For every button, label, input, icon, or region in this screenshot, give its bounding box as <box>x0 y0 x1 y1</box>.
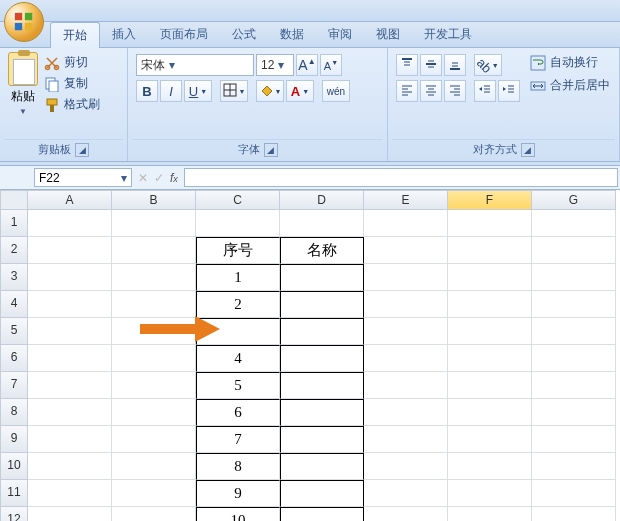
cell[interactable]: 7 <box>196 426 280 453</box>
row-header[interactable]: 9 <box>0 426 28 453</box>
cell[interactable]: 1 <box>196 264 280 291</box>
cell[interactable] <box>364 372 448 399</box>
wrap-text-button[interactable]: 自动换行 <box>530 54 610 71</box>
align-right-button[interactable] <box>444 80 466 102</box>
tab-审阅[interactable]: 审阅 <box>316 22 364 48</box>
decrease-indent-button[interactable] <box>474 80 496 102</box>
cell[interactable]: 6 <box>196 399 280 426</box>
cell[interactable] <box>28 480 112 507</box>
tab-开发工具[interactable]: 开发工具 <box>412 22 484 48</box>
fx-icon[interactable]: fx <box>170 171 178 185</box>
cell[interactable] <box>112 453 196 480</box>
row-header[interactable]: 4 <box>0 291 28 318</box>
dialog-launcher-icon[interactable]: ◢ <box>264 143 278 157</box>
cell[interactable] <box>448 480 532 507</box>
cell[interactable] <box>448 264 532 291</box>
cell[interactable]: 4 <box>196 345 280 372</box>
cell[interactable] <box>448 345 532 372</box>
cell[interactable] <box>112 399 196 426</box>
paste-button[interactable]: 粘贴 ▼ <box>8 52 38 116</box>
cell[interactable] <box>364 507 448 521</box>
cell[interactable] <box>448 318 532 345</box>
cell[interactable] <box>364 264 448 291</box>
font-name-combo[interactable]: 宋体 ▾ <box>136 54 254 76</box>
column-header[interactable]: E <box>364 190 448 210</box>
cell[interactable] <box>28 399 112 426</box>
cell[interactable] <box>280 345 364 372</box>
cell[interactable]: 名称 <box>280 237 364 264</box>
cell[interactable] <box>112 480 196 507</box>
column-header[interactable]: G <box>532 190 616 210</box>
cell[interactable] <box>532 399 616 426</box>
cell[interactable] <box>280 507 364 521</box>
italic-button[interactable]: I <box>160 80 182 102</box>
cell[interactable] <box>28 426 112 453</box>
cell[interactable] <box>532 264 616 291</box>
cell[interactable] <box>532 507 616 521</box>
column-header[interactable]: C <box>196 190 280 210</box>
row-header[interactable]: 1 <box>0 210 28 237</box>
cell[interactable] <box>364 345 448 372</box>
cell[interactable] <box>364 426 448 453</box>
cell[interactable]: 8 <box>196 453 280 480</box>
cancel-icon[interactable]: ✕ <box>138 171 148 185</box>
tab-视图[interactable]: 视图 <box>364 22 412 48</box>
cell[interactable] <box>28 210 112 237</box>
increase-indent-button[interactable] <box>498 80 520 102</box>
cell[interactable] <box>364 237 448 264</box>
cell[interactable] <box>28 372 112 399</box>
cell[interactable]: 9 <box>196 480 280 507</box>
cell[interactable] <box>112 264 196 291</box>
row-header[interactable]: 10 <box>0 453 28 480</box>
cell[interactable] <box>112 372 196 399</box>
cell[interactable] <box>280 399 364 426</box>
font-size-combo[interactable]: 12 ▾ <box>256 54 294 76</box>
cell[interactable] <box>448 237 532 264</box>
cell[interactable] <box>280 480 364 507</box>
row-header[interactable]: 12 <box>0 507 28 521</box>
cell[interactable] <box>532 237 616 264</box>
orientation-button[interactable]: ab▼ <box>474 54 502 76</box>
shrink-font-button[interactable]: A▼ <box>320 54 342 76</box>
enter-icon[interactable]: ✓ <box>154 171 164 185</box>
cell[interactable] <box>532 480 616 507</box>
cell[interactable] <box>28 291 112 318</box>
align-left-button[interactable] <box>396 80 418 102</box>
cell[interactable] <box>448 426 532 453</box>
cell[interactable] <box>364 480 448 507</box>
align-top-button[interactable] <box>396 54 418 76</box>
cell[interactable] <box>532 345 616 372</box>
cell[interactable] <box>28 264 112 291</box>
cell[interactable] <box>280 210 364 237</box>
cell[interactable] <box>364 210 448 237</box>
cell[interactable] <box>364 291 448 318</box>
name-box[interactable]: F22 ▾ <box>34 168 132 187</box>
cell[interactable] <box>532 210 616 237</box>
cell[interactable] <box>448 453 532 480</box>
cell[interactable]: 10 <box>196 507 280 521</box>
cell[interactable] <box>280 426 364 453</box>
cell[interactable] <box>364 399 448 426</box>
cell[interactable] <box>280 291 364 318</box>
cell[interactable] <box>532 291 616 318</box>
grow-font-button[interactable]: A▲ <box>296 54 318 76</box>
cell[interactable]: 序号 <box>196 237 280 264</box>
row-header[interactable]: 2 <box>0 237 28 264</box>
cell[interactable] <box>532 372 616 399</box>
tab-数据[interactable]: 数据 <box>268 22 316 48</box>
cell[interactable] <box>280 318 364 345</box>
cell[interactable] <box>532 318 616 345</box>
cell[interactable] <box>364 453 448 480</box>
row-header[interactable]: 11 <box>0 480 28 507</box>
align-center-button[interactable] <box>420 80 442 102</box>
dialog-launcher-icon[interactable]: ◢ <box>521 143 535 157</box>
column-header[interactable]: B <box>112 190 196 210</box>
cell[interactable] <box>28 318 112 345</box>
cell[interactable] <box>196 210 280 237</box>
copy-button[interactable]: 复制 <box>44 75 100 92</box>
align-middle-button[interactable] <box>420 54 442 76</box>
tab-插入[interactable]: 插入 <box>100 22 148 48</box>
phonetic-button[interactable]: wén <box>322 80 350 102</box>
column-header[interactable]: F <box>448 190 532 210</box>
underline-button[interactable]: U▼ <box>184 80 212 102</box>
